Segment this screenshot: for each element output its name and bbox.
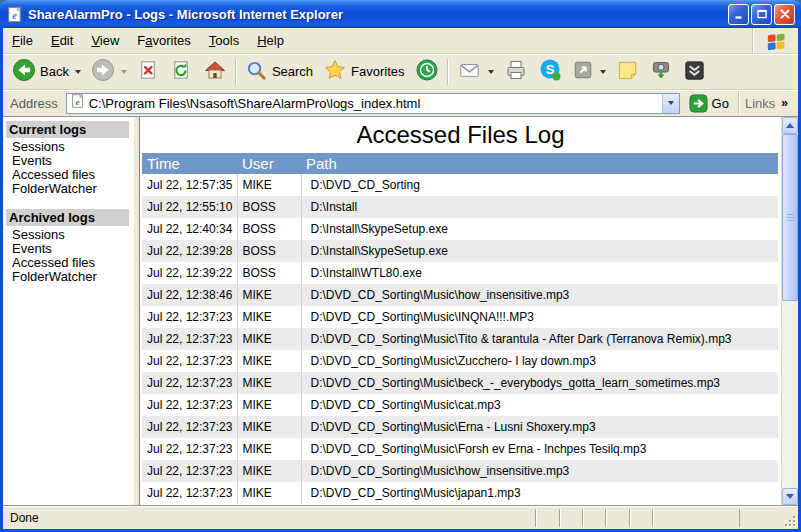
- skype-button[interactable]: S: [533, 55, 567, 88]
- user-cell: MIKE: [237, 416, 301, 438]
- fullscreen-button[interactable]: [567, 56, 611, 87]
- back-button[interactable]: Back: [7, 55, 86, 88]
- sidebar-item-sessions[interactable]: Sessions: [6, 140, 133, 154]
- user-cell: MIKE: [237, 284, 301, 306]
- links-toolbar[interactable]: Links »: [738, 92, 794, 114]
- home-button[interactable]: [198, 55, 232, 88]
- sidebar-item-folderwatcher[interactable]: FolderWatcher: [6, 182, 133, 196]
- table-row: Jul 22, 12:37:23MIKED:\DVD_CD_Sorting\Mu…: [142, 372, 778, 394]
- scroll-up-button[interactable]: [782, 117, 798, 134]
- fullscreen-icon: [572, 59, 594, 84]
- table-row: Jul 22, 12:37:23MIKED:\DVD_CD_Sorting\Mu…: [142, 460, 778, 482]
- sidebar-item-accessed-files[interactable]: Accessed files: [6, 256, 133, 270]
- time-cell: Jul 22, 12:55:10: [142, 196, 237, 218]
- user-cell: BOSS: [237, 218, 301, 240]
- menu-tools[interactable]: Tools: [200, 28, 248, 53]
- user-cell: MIKE: [237, 328, 301, 350]
- downloads-button[interactable]: [678, 56, 711, 88]
- status-text: Done: [3, 511, 39, 525]
- sidebar-item-events[interactable]: Events: [6, 154, 133, 168]
- address-label: Address: [7, 96, 61, 111]
- table-row: Jul 22, 12:57:35MIKED:\DVD_CD_Sorting: [142, 174, 778, 196]
- arrow-up-icon: [786, 123, 794, 128]
- menu-view[interactable]: View: [82, 28, 128, 53]
- search-button[interactable]: Search: [240, 56, 318, 88]
- page-content: Accessed Files Log Time User Path Jul 22…: [140, 117, 781, 505]
- time-cell: Jul 22, 12:37:23: [142, 306, 237, 328]
- path-column-header: Path: [301, 153, 778, 174]
- user-cell: MIKE: [237, 460, 301, 482]
- sidebar-item-sessions[interactable]: Sessions: [6, 228, 133, 242]
- notes-button[interactable]: [611, 56, 644, 88]
- vertical-scrollbar[interactable]: [781, 117, 798, 505]
- address-input[interactable]: e C:\Program Files\Nsasoft\ShareAlarmPro…: [66, 93, 680, 114]
- minimize-button[interactable]: [728, 4, 749, 25]
- forward-dropdown-icon[interactable]: [121, 70, 127, 74]
- user-cell: MIKE: [237, 482, 301, 504]
- menu-file[interactable]: File: [3, 28, 42, 53]
- mail-button[interactable]: [452, 56, 499, 87]
- accessed-files-table: Time User Path Jul 22, 12:57:35MIKED:\DV…: [142, 153, 778, 504]
- status-panel: [629, 509, 652, 527]
- path-cell: D:\Install\WTL80.exe: [301, 262, 778, 284]
- maximize-button[interactable]: [751, 4, 772, 25]
- time-cell: Jul 22, 12:37:23: [142, 328, 237, 350]
- history-button[interactable]: [410, 55, 444, 88]
- time-cell: Jul 22, 12:37:23: [142, 416, 237, 438]
- mail-icon: [457, 59, 482, 84]
- mail-dropdown-icon[interactable]: [488, 70, 494, 74]
- table-row: Jul 22, 12:40:34BOSSD:\Install\SkypeSetu…: [142, 218, 778, 240]
- fullscreen-dropdown-icon[interactable]: [600, 70, 606, 74]
- stop-button[interactable]: [132, 56, 165, 88]
- frame-splitter[interactable]: [133, 117, 140, 505]
- downloads-icon: [683, 59, 706, 85]
- sidebar-item-folderwatcher[interactable]: FolderWatcher: [6, 270, 133, 284]
- search-label: Search: [272, 64, 313, 79]
- title-bar[interactable]: e ShareAlarmPro - Logs - Microsoft Inter…: [0, 0, 801, 28]
- snapshot-button[interactable]: [644, 55, 678, 88]
- time-cell: Jul 22, 12:57:35: [142, 174, 237, 196]
- user-column-header: User: [237, 153, 301, 174]
- favorites-button[interactable]: Favorites: [318, 55, 409, 88]
- table-row: Jul 22, 12:55:10BOSSD:\Install: [142, 196, 778, 218]
- menu-help[interactable]: Help: [248, 28, 293, 53]
- path-cell: D:\DVD_CD_Sorting\Music\Erna - Lusni Sho…: [301, 416, 778, 438]
- sidebar-item-accessed-files[interactable]: Accessed files: [6, 168, 133, 182]
- path-cell: D:\DVD_CD_Sorting\Music\beck_-_everybody…: [301, 372, 778, 394]
- address-dropdown-button[interactable]: [662, 94, 679, 113]
- path-cell: D:\DVD_CD_Sorting\Music\Tito & tarantula…: [301, 328, 778, 350]
- window-title: ShareAlarmPro - Logs - Microsoft Interne…: [28, 7, 728, 22]
- print-button[interactable]: [499, 55, 533, 88]
- refresh-button[interactable]: [165, 56, 198, 88]
- sidebar-section-title: Current logs: [6, 121, 129, 138]
- forward-button[interactable]: [86, 55, 132, 88]
- status-panel: [582, 509, 605, 527]
- path-cell: D:\Install\SkypeSetup.exe: [301, 218, 778, 240]
- table-row: Jul 22, 12:37:23MIKED:\DVD_CD_Sorting\Mu…: [142, 438, 778, 460]
- path-cell: D:\DVD_CD_Sorting: [301, 174, 778, 196]
- menu-edit[interactable]: Edit: [42, 28, 82, 53]
- close-button[interactable]: [774, 4, 795, 25]
- status-bar: Done: [3, 505, 798, 529]
- internet-explorer-icon: e: [6, 6, 23, 23]
- sidebar-item-events[interactable]: Events: [6, 242, 133, 256]
- table-row: Jul 22, 12:37:23MIKED:\DVD_CD_Sorting\Mu…: [142, 306, 778, 328]
- links-label: Links: [745, 96, 775, 111]
- time-cell: Jul 22, 12:37:23: [142, 372, 237, 394]
- address-value: C:\Program Files\Nsasoft\ShareAlarmPro\l…: [89, 96, 658, 111]
- scrollbar-thumb[interactable]: [782, 134, 798, 301]
- scroll-down-button[interactable]: [782, 488, 798, 505]
- menu-favorites[interactable]: Favorites: [128, 28, 199, 53]
- go-button[interactable]: Go: [685, 92, 733, 115]
- back-dropdown-icon[interactable]: [75, 70, 81, 74]
- back-label: Back: [40, 64, 69, 79]
- user-cell: MIKE: [237, 350, 301, 372]
- resize-grip[interactable]: [783, 514, 796, 527]
- table-row: Jul 22, 12:39:22BOSSD:\Install\WTL80.exe: [142, 262, 778, 284]
- links-chevron-icon[interactable]: »: [781, 96, 788, 110]
- table-row: Jul 22, 12:37:23MIKED:\DVD_CD_Sorting\Mu…: [142, 394, 778, 416]
- favorites-label: Favorites: [351, 64, 404, 79]
- time-cell: Jul 22, 12:37:23: [142, 482, 237, 504]
- path-cell: D:\DVD_CD_Sorting\Music\Forsh ev Erna - …: [301, 438, 778, 460]
- notes-icon: [616, 59, 639, 85]
